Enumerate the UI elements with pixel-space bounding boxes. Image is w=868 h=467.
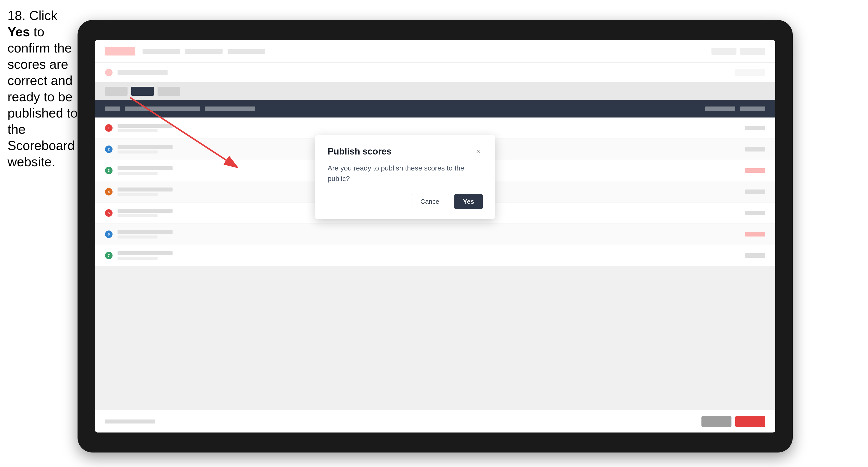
- player-name: [118, 187, 173, 191]
- player-category: [118, 214, 158, 217]
- player-category: [118, 129, 158, 132]
- player-score: [745, 189, 765, 194]
- col-name: [125, 106, 200, 111]
- rank-badge: 6: [105, 230, 113, 238]
- col-time: [740, 106, 765, 111]
- dialog-actions: Cancel Yes: [328, 194, 483, 209]
- rank-badge: 3: [105, 167, 113, 174]
- row-player-info: [118, 124, 740, 132]
- tablet-screen: 1 2 3: [95, 40, 775, 433]
- table-row: 7: [95, 245, 775, 266]
- settings-btn: [740, 48, 765, 55]
- dialog-header: Publish scores ×: [328, 146, 483, 157]
- bold-yes: Yes: [7, 25, 30, 39]
- player-name: [118, 124, 173, 128]
- toolbar-btn-export: [158, 87, 180, 96]
- player-name: [118, 230, 173, 234]
- player-score: [745, 126, 765, 130]
- sub-header-action: [735, 69, 765, 76]
- table-header: [95, 100, 775, 118]
- rank-badge: 4: [105, 188, 113, 195]
- player-name: [118, 209, 173, 213]
- tablet-device: 1 2 3: [78, 20, 793, 453]
- rank-badge: 2: [105, 146, 113, 153]
- back-button: [702, 416, 732, 427]
- player-score: [745, 211, 765, 215]
- table-row: 6: [95, 224, 775, 245]
- table-footer: [95, 410, 775, 433]
- step-number: 18.: [7, 8, 26, 23]
- player-name: [118, 145, 173, 149]
- player-category: [118, 236, 158, 239]
- row-player-info: [118, 230, 740, 239]
- rank-badge: 1: [105, 124, 113, 132]
- cancel-button[interactable]: Cancel: [412, 194, 450, 209]
- toolbar: [95, 83, 775, 100]
- publish-scores-dialog: Publish scores × Are you ready to publis…: [315, 135, 495, 219]
- instruction-text: 18. Click Yes to confirm the scores are …: [7, 7, 80, 170]
- rank-badge: 7: [105, 252, 113, 259]
- player-name: [118, 251, 173, 255]
- toolbar-btn-publish: [131, 87, 154, 96]
- player-name: [118, 166, 173, 170]
- row-player-info: [118, 251, 740, 260]
- header-nav: [143, 49, 704, 54]
- app-header: [95, 40, 775, 62]
- toolbar-btn-edit: [105, 87, 127, 96]
- col-division: [205, 106, 255, 111]
- export-btn: [711, 48, 737, 55]
- player-category: [118, 151, 158, 154]
- dialog-message: Are you ready to publish these scores to…: [328, 163, 483, 184]
- player-category: [118, 172, 158, 175]
- nav-item-results: [227, 49, 265, 54]
- sub-header: [95, 62, 775, 83]
- player-score: [745, 168, 765, 173]
- player-score: [745, 232, 765, 237]
- rank-badge: 5: [105, 209, 113, 217]
- nav-item-events: [185, 49, 223, 54]
- col-score: [705, 106, 735, 111]
- dialog-close-button[interactable]: ×: [474, 147, 483, 156]
- app-logo: [105, 47, 135, 56]
- publish-scores-button: [735, 416, 765, 427]
- footer-buttons: [702, 416, 765, 427]
- player-score: [745, 147, 765, 152]
- player-category: [118, 193, 158, 196]
- dialog-title: Publish scores: [328, 146, 392, 157]
- nav-item-competitions: [143, 49, 180, 54]
- sub-header-title: [118, 70, 167, 75]
- player-category: [118, 257, 158, 260]
- footer-info-text: [105, 419, 155, 424]
- col-rank: [105, 106, 120, 111]
- yes-button[interactable]: Yes: [454, 194, 483, 209]
- player-score: [745, 253, 765, 258]
- sub-header-icon: [105, 69, 113, 76]
- header-right-btns: [711, 48, 765, 55]
